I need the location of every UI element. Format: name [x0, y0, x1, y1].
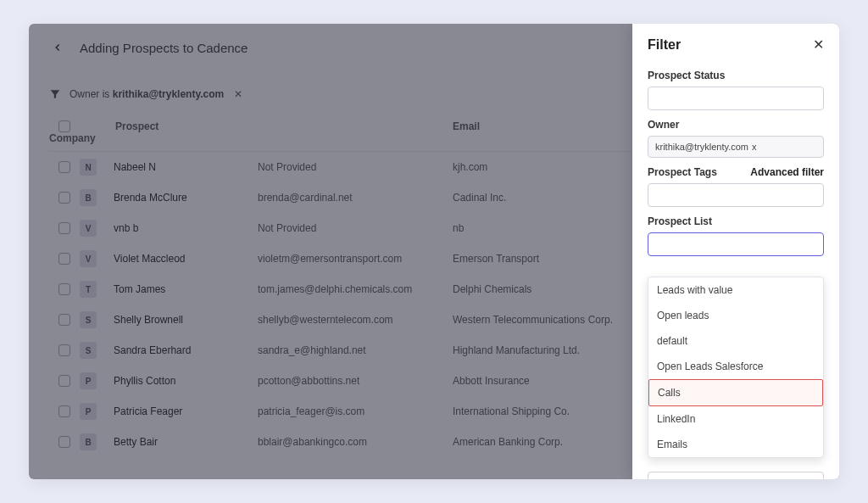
close-button[interactable]: ✕: [813, 38, 824, 52]
page-title: Adding Prospects to Cadence: [80, 41, 248, 55]
row-checkbox[interactable]: [58, 192, 70, 204]
col-header-prospect: Prospect: [80, 120, 258, 132]
select-all-checkbox[interactable]: [58, 120, 70, 132]
row-checkbox[interactable]: [58, 436, 70, 448]
dropdown-item[interactable]: Leads with value: [648, 277, 823, 303]
prospect-name: Tom James: [114, 283, 258, 295]
prospect-email: sandra_e@highland.net: [258, 344, 453, 356]
row-checkbox[interactable]: [58, 405, 70, 417]
filter-panel-body: Prospect Status Owner krithika@tryklenty…: [632, 61, 839, 479]
owner-label: Owner: [648, 119, 824, 131]
filter-panel: Filter ✕ Prospect Status Owner krithika@…: [632, 24, 839, 479]
prospect-email: Not Provided: [258, 161, 453, 173]
prospect-status-input[interactable]: [648, 87, 824, 110]
avatar: S: [80, 342, 97, 359]
prospect-email: shellyb@westerntelecom.com: [258, 314, 453, 326]
prospect-name: Brenda McClure: [114, 192, 258, 204]
row-checkbox[interactable]: [58, 375, 70, 387]
prospect-list-label: Prospect List: [648, 215, 824, 227]
prospect-email: violetm@emersontransport.com: [258, 253, 453, 265]
row-checkbox[interactable]: [58, 283, 70, 295]
dropdown-item[interactable]: default: [648, 328, 823, 354]
avatar: B: [80, 433, 97, 450]
prospect-email: tom.james@delphi.chemicals.com: [258, 283, 453, 295]
filter-panel-header: Filter ✕: [632, 24, 839, 61]
prospect-tags-input[interactable]: [648, 183, 824, 207]
avatar: T: [80, 281, 97, 298]
owner-chip-remove[interactable]: x: [752, 142, 757, 152]
avatar: S: [80, 311, 97, 328]
prospect-email: pcotton@abbottins.net: [258, 375, 453, 387]
filter-icon: [49, 88, 61, 100]
avatar: V: [80, 220, 97, 237]
prospect-email: patricia_feager@is.com: [258, 405, 453, 417]
prospect-name: Betty Bair: [114, 436, 258, 448]
prospect-name: Shelly Brownell: [114, 314, 258, 326]
advanced-filter-link[interactable]: Advanced filter: [750, 166, 824, 178]
back-button[interactable]: [49, 39, 66, 56]
dropdown-item[interactable]: LinkedIn: [648, 406, 823, 432]
active-filter-value: krithika@tryklenty.com: [113, 88, 225, 100]
active-filter-text: Owner is krithika@tryklenty.com: [70, 88, 224, 100]
dropdown-item[interactable]: Emails: [648, 432, 823, 457]
prospect-email: bblair@abankingco.com: [258, 436, 453, 448]
prospect-email: brenda@cardinal.net: [258, 192, 453, 204]
owner-chip[interactable]: krithika@tryklenty.com x: [648, 136, 824, 158]
dropdown-item[interactable]: Open leads: [648, 303, 823, 328]
prospect-list-dropdown: Leads with valueOpen leadsdefaultOpen Le…: [648, 277, 824, 458]
col-header-company: Company: [49, 132, 80, 144]
prospect-name: Nabeel N: [114, 161, 258, 173]
dropdown-item[interactable]: Calls: [648, 379, 823, 406]
avatar: N: [80, 159, 97, 176]
prospect-list-input[interactable]: [648, 232, 824, 256]
row-checkbox[interactable]: [58, 253, 70, 265]
prospect-name: Violet Maccleod: [114, 253, 258, 265]
filter-panel-title: Filter: [648, 37, 681, 53]
avatar: P: [80, 372, 97, 389]
prospect-email: Not Provided: [258, 222, 453, 234]
avatar: P: [80, 403, 97, 420]
prospect-name: Patricia Feager: [114, 405, 258, 417]
prospect-name: Phyllis Cotton: [114, 375, 258, 387]
prospect-status-label: Prospect Status: [648, 70, 824, 81]
avatar: B: [80, 189, 97, 206]
prospect-tags-label: Prospect Tags: [648, 166, 717, 178]
prospect-name: Sandra Eberhard: [114, 344, 258, 356]
app-frame: Adding Prospects to Cadence Owner is kri…: [29, 24, 839, 479]
filter-select-3[interactable]: [648, 472, 824, 479]
row-checkbox[interactable]: [58, 161, 70, 173]
prospect-name: vnb b: [114, 222, 258, 234]
chevron-left-icon: [52, 42, 64, 53]
dropdown-item[interactable]: Open Leads Salesforce: [648, 354, 823, 379]
row-checkbox[interactable]: [58, 222, 70, 234]
active-filter-field: Owner: [70, 88, 99, 100]
row-checkbox[interactable]: [58, 314, 70, 326]
active-filter-verb: is: [103, 88, 110, 100]
row-checkbox[interactable]: [58, 344, 70, 356]
owner-chip-text: krithika@tryklenty.com: [655, 142, 748, 152]
remove-filter-button[interactable]: ✕: [232, 88, 244, 100]
avatar: V: [80, 250, 97, 267]
